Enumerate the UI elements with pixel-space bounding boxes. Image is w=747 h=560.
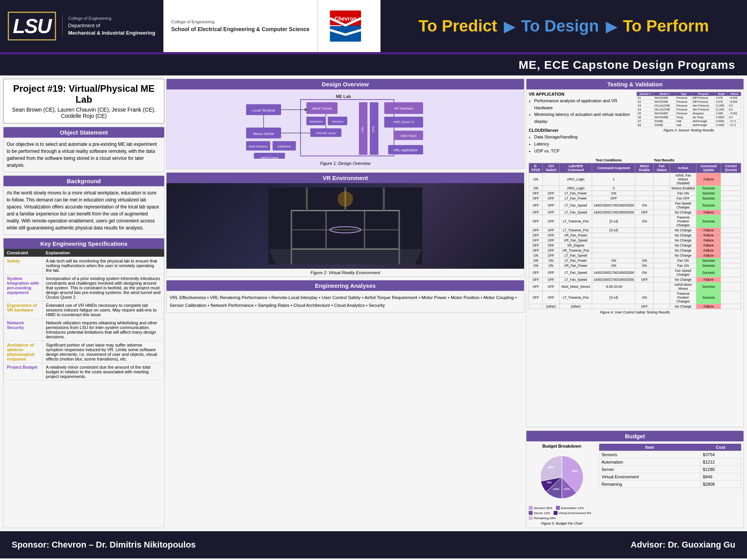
arrow1: ▶ (504, 19, 519, 35)
test-row: ONONLT_Fan_PowerONONFan ONSuccess (529, 258, 741, 263)
test-row: OFFOFFLT_Fan_Speed1400/1550/1700/1850/20… (529, 201, 741, 210)
test-cell: OFF (543, 248, 559, 253)
vr-app-title: VR APPLICATION (529, 92, 633, 96)
project-team: Sean Brown (CE), Lauren Chauvin (CE), Je… (10, 107, 158, 119)
test-cell: OFF (529, 291, 543, 304)
test-cell: OFF (529, 215, 543, 228)
test-cell: OFF (543, 233, 559, 238)
test-cell: 1 (592, 173, 635, 186)
project-title: Project #19: Virtual/Physical ME Lab (10, 83, 158, 105)
test-cell: Success (696, 263, 721, 268)
school-name: School of Electrical Engineering & Compu… (171, 25, 310, 33)
tv-info-row: VR APPLICATION Performance analysis of a… (526, 89, 743, 157)
sensor-table: Sensor # Model # Type Purpose Slope Offs… (637, 92, 741, 127)
test-cell: ON (529, 258, 543, 263)
test-cell (721, 228, 741, 233)
test-cell: Failure (696, 304, 721, 309)
test-cell (654, 277, 670, 282)
sensor-cell: SS49E (654, 123, 675, 127)
sensor-cell: SS49E (654, 119, 675, 123)
test-cell: LT_Fan_Speed (559, 268, 592, 277)
svg-text:VPN: VPN (372, 126, 375, 133)
sensor-col-sensor: Sensor # (637, 92, 654, 96)
test-cell (635, 228, 654, 233)
svg-text:cRIO/NI cards: cRIO/NI cards (316, 131, 335, 135)
svg-text:Sensors: Sensors (332, 120, 343, 123)
sensor-row: S2NHC04386PressureDiff Pressure4.578−8.0… (637, 100, 741, 104)
center-panel: Design Overview ME Lab Local Terminal (166, 79, 524, 528)
test-cell (721, 243, 741, 248)
sensor-cell: −8.009 (728, 96, 741, 100)
dept-name: Department of (68, 22, 155, 30)
test-cell: No Change (670, 228, 696, 233)
test-cell (721, 186, 741, 191)
test-row: OFFOFFVR_Fan_PowerNo ChangeFailure (529, 233, 741, 238)
sensor-cell: Pressure (675, 96, 692, 100)
test-cell (654, 304, 670, 309)
vr-app-info: VR APPLICATION Performance analysis of a… (529, 92, 633, 154)
sensor-cell: S1 (637, 96, 654, 100)
sensor-cell: Airfoil Angle (692, 119, 715, 123)
test-cell: LT_Fan_Speed (559, 253, 592, 258)
test-cell: OFF (543, 282, 559, 291)
sensor-cell: S6 (637, 116, 654, 119)
test-row: OFFOFFLT_Traverse_Pos[3-14]No ChangeFail… (529, 228, 741, 233)
school-info: College of Engineering School of Electri… (171, 19, 310, 33)
test-cell: VR_Fan_Speed (559, 238, 592, 243)
project-title-box: Project #19: Virtual/Physical ME Lab Sea… (3, 79, 165, 124)
test-cell: No Change (670, 277, 696, 282)
svg-text:HMD (Quest 2): HMD (Quest 2) (393, 120, 414, 124)
th-estop: E-STOP (529, 163, 543, 173)
th-labview: LabVIEW Command (559, 163, 592, 173)
budget-item-name: Sensors (599, 451, 701, 458)
test-cell: Failure (696, 228, 721, 233)
test-cell: LT_Traverse_Pos (559, 228, 592, 233)
sponsor-text: Sponsor: Chevron – Dr. Dimitris Nikitopo… (12, 540, 196, 550)
test-row: ONONVR_Fan_PowerONONFan ONSuccess (529, 263, 741, 268)
test-cell: ON (529, 173, 543, 186)
budget-inner: Budget Breakdown 38%12%13%9%28% Sensors … (526, 441, 743, 528)
budget-col-cost: Cost (700, 444, 741, 451)
test-cell: ON (635, 291, 654, 304)
sensor-col-offset: Offset (728, 92, 741, 96)
test-cell (654, 243, 670, 248)
test-cell: -8.00-20.00 (592, 282, 635, 291)
main-area: Project #19: Virtual/Physical ME Lab Sea… (0, 75, 747, 531)
tv-header: Testing & Validation (526, 79, 743, 89)
svg-point-56 (338, 191, 353, 207)
test-cell (654, 248, 670, 253)
sensor-cell: NHC04387 (654, 112, 675, 116)
vr-bullet-1: Performance analysis of application and … (534, 98, 633, 111)
budget-header: Budget (526, 431, 743, 441)
subheader-text: ME, ECE Capstone Design Programs (519, 58, 735, 71)
test-cell: OFF (529, 201, 543, 210)
sensor-row: S6NHC04388TempAir Temp0.06250.0 (637, 116, 741, 119)
test-row: OFFOFFLT_Traverse_Pos[3-14]ONTraverse Po… (529, 215, 741, 228)
test-cell (721, 196, 741, 201)
test-row: OFFOFFLT_Traverse_Pos[3-14]ONTraverse Po… (529, 291, 741, 304)
test-cell: ON (592, 191, 635, 196)
pie-label: 12% (564, 487, 570, 491)
test-cell (654, 210, 670, 215)
sensor-cell: Air Temp (692, 116, 715, 119)
th-motor: Motor Enable (635, 163, 654, 173)
sensor-cell: S2 (637, 100, 654, 104)
test-cell: 1400/1550/1700/1850/2000 (592, 268, 635, 277)
test-cell: ON (635, 258, 654, 263)
tv-section: Testing & Validation VR APPLICATION Perf… (526, 79, 744, 427)
test-row: OFFOFFLT_Fan_PowerONFan ONSuccess (529, 191, 741, 196)
test-cell: LT_Fan_Speed (559, 277, 592, 282)
test-cell: Failure (696, 243, 721, 248)
svg-text:Local Terminal: Local Terminal (253, 108, 275, 112)
test-cell: Failure (696, 173, 721, 186)
test-cell: ON (592, 263, 635, 268)
test-cell: OFF (592, 196, 635, 201)
test-cell (635, 191, 654, 196)
sensor-cell: S8 (637, 123, 654, 127)
legend-item: Sensors 38% (529, 506, 552, 510)
vr-environment-header: VR Environment (167, 173, 524, 183)
sensor-cell: 0.1250 (715, 108, 728, 112)
test-cell (721, 238, 741, 243)
test-cell (654, 282, 670, 291)
sensor-cell: Hall (675, 119, 692, 123)
